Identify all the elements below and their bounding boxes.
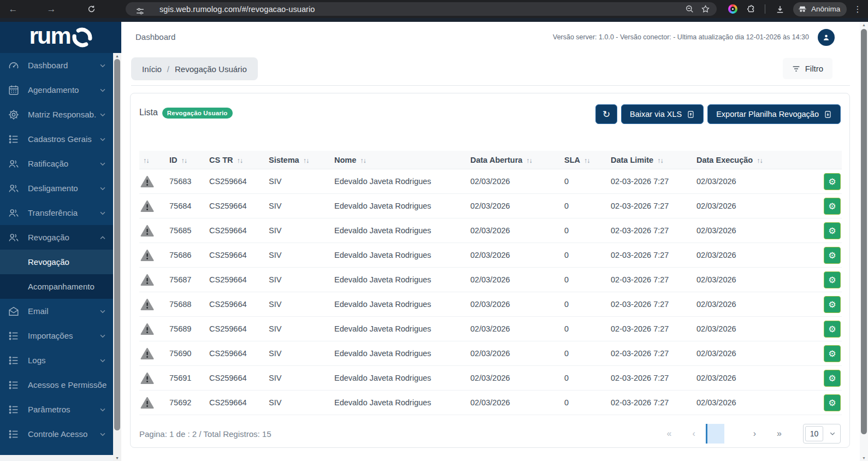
table-row[interactable]: 75683 CS259664 SIV Edevaldo Javeta Rodri… bbox=[139, 169, 842, 194]
scroll-up-arrow-icon[interactable]: ▲ bbox=[113, 54, 121, 58]
table-row[interactable]: 75689 CS259664 SIV Edevaldo Javeta Rodri… bbox=[139, 317, 842, 341]
browser-back-button[interactable]: ← bbox=[6, 0, 20, 18]
extension-color-icon[interactable] bbox=[727, 0, 738, 18]
column-header[interactable] bbox=[796, 151, 842, 169]
column-header[interactable]: Data Abertura↑↓ bbox=[470, 151, 564, 169]
page-button-1[interactable] bbox=[706, 424, 724, 444]
window-scroll-down-icon[interactable]: ▼ bbox=[860, 456, 868, 460]
user-avatar[interactable] bbox=[818, 29, 835, 46]
refresh-button[interactable]: ↻ bbox=[595, 104, 617, 124]
sort-icon[interactable]: ↑↓ bbox=[757, 157, 763, 164]
cell-sistema: SIV bbox=[269, 268, 334, 292]
zoom-indicator-icon[interactable] bbox=[685, 2, 694, 16]
cell-data-abertura: 02/03/2026 bbox=[470, 268, 564, 292]
sidebar-item-logs[interactable]: Logs bbox=[0, 348, 113, 373]
sidebar-item-controle-acesso[interactable]: Controle Acesso bbox=[0, 422, 113, 446]
gear-icon: ⚙ bbox=[828, 176, 836, 187]
row-settings-button[interactable]: ⚙ bbox=[824, 321, 841, 338]
sort-icon[interactable]: ↑↓ bbox=[526, 157, 532, 164]
column-header[interactable]: Data Limite↑↓ bbox=[611, 151, 696, 169]
sidebar-item-importacoes[interactable]: Importações bbox=[0, 323, 113, 348]
table-row[interactable]: 75690 CS259664 SIV Edevaldo Javeta Rodri… bbox=[139, 341, 842, 366]
sidebar-item-email[interactable]: Email bbox=[0, 299, 113, 323]
sidebar-item-parametros[interactable]: Parâmetros bbox=[0, 397, 113, 422]
sort-icon[interactable]: ↑↓ bbox=[657, 157, 663, 164]
sidebar-item-revogacao[interactable]: Revogação bbox=[0, 225, 113, 250]
window-scrollbar[interactable]: ▲ ▼ bbox=[860, 22, 868, 461]
url-text[interactable]: sgis.web.rumolog.com/#/revogacao-usuario bbox=[160, 5, 315, 14]
sidebar-item-matriz-responsab[interactable]: Matriz Responsab. bbox=[0, 102, 113, 127]
table-row[interactable]: 75687 CS259664 SIV Edevaldo Javeta Rodri… bbox=[139, 268, 842, 292]
sidebar-item-acessos-e-permissoes[interactable]: Acessos e Permissões bbox=[0, 373, 113, 397]
sidebar-scrollbar-thumb[interactable] bbox=[114, 59, 120, 430]
sidebar-item-dashboard[interactable]: Dashboard bbox=[0, 53, 113, 78]
sidebar-item-desligamento[interactable]: Desligamento bbox=[0, 176, 113, 200]
column-header[interactable]: Sistema↑↓ bbox=[269, 151, 334, 169]
table-row[interactable]: 75688 CS259664 SIV Edevaldo Javeta Rodri… bbox=[139, 292, 842, 317]
cell-sistema: SIV bbox=[269, 366, 334, 391]
column-header[interactable]: ↑↓ bbox=[139, 151, 169, 169]
prev-page-button[interactable]: ‹ bbox=[689, 428, 698, 439]
sidebar-item-transferencia[interactable]: Transferência bbox=[0, 200, 113, 225]
page-size-select[interactable]: 10 bbox=[803, 424, 841, 444]
row-settings-button[interactable]: ⚙ bbox=[824, 247, 841, 264]
table-row[interactable]: 75686 CS259664 SIV Edevaldo Javeta Rodri… bbox=[139, 243, 842, 268]
column-header[interactable]: Data Execução↑↓ bbox=[696, 151, 796, 169]
sidebar-subitem-acompanhamento[interactable]: Acompanhamento bbox=[0, 274, 113, 299]
browser-forward-button[interactable]: → bbox=[44, 0, 58, 18]
breadcrumb-home-link[interactable]: Início bbox=[142, 64, 162, 74]
table-row[interactable]: 75692 CS259664 SIV Edevaldo Javeta Rodri… bbox=[139, 391, 842, 415]
site-info-icon[interactable] bbox=[133, 2, 146, 20]
row-settings-button[interactable]: ⚙ bbox=[824, 271, 841, 288]
sort-icon[interactable]: ↑↓ bbox=[237, 157, 243, 164]
sidebar-item-agendamento[interactable]: Agendamento bbox=[0, 78, 113, 102]
sort-icon[interactable]: ↑↓ bbox=[181, 157, 187, 164]
window-scrollbar-thumb[interactable] bbox=[861, 29, 867, 434]
browser-menu-icon[interactable]: ⋮ bbox=[852, 0, 863, 18]
column-header[interactable]: CS TR↑↓ bbox=[209, 151, 269, 169]
sort-icon[interactable]: ↑↓ bbox=[303, 157, 309, 164]
table-row[interactable]: 75684 CS259664 SIV Edevaldo Javeta Rodri… bbox=[139, 194, 842, 218]
row-settings-button[interactable]: ⚙ bbox=[824, 394, 841, 411]
incognito-profile-badge[interactable]: Anônima bbox=[793, 2, 847, 16]
sidebar-subitem-revogacao[interactable]: Revogação bbox=[0, 250, 113, 274]
sidebar-item-cadastros-gerais[interactable]: Cadastros Gerais bbox=[0, 127, 113, 151]
extensions-puzzle-icon[interactable] bbox=[745, 0, 757, 18]
cell-data-abertura: 02/03/2026 bbox=[470, 218, 564, 243]
sort-icon[interactable]: ↑↓ bbox=[360, 157, 366, 164]
filter-button[interactable]: Filtro bbox=[783, 58, 832, 79]
next-page-button[interactable]: › bbox=[750, 428, 759, 439]
row-settings-button[interactable]: ⚙ bbox=[824, 345, 841, 362]
last-page-button[interactable]: » bbox=[773, 428, 785, 439]
column-header[interactable]: Nome↑↓ bbox=[334, 151, 470, 169]
column-header[interactable]: ID↑↓ bbox=[169, 151, 209, 169]
table-row[interactable]: 75691 CS259664 SIV Edevaldo Javeta Rodri… bbox=[139, 366, 842, 391]
sort-icon[interactable]: ↑↓ bbox=[584, 157, 590, 164]
download-xls-button[interactable]: Baixar via XLS bbox=[621, 104, 704, 124]
row-settings-button[interactable]: ⚙ bbox=[824, 222, 841, 239]
bookmark-star-icon[interactable] bbox=[701, 2, 710, 16]
first-page-button[interactable]: « bbox=[664, 428, 675, 439]
export-spreadsheet-button[interactable]: Exportar Planilha Revogação bbox=[707, 104, 841, 124]
row-settings-button[interactable]: ⚙ bbox=[824, 173, 841, 190]
table-row[interactable]: 75685 CS259664 SIV Edevaldo Javeta Rodri… bbox=[139, 218, 842, 243]
sidebar-scrollbar[interactable]: ▲ ▼ bbox=[113, 53, 121, 461]
card-header: Lista Revogação Usuario ↻ Baixar via XLS… bbox=[131, 93, 849, 132]
chevron-down-icon bbox=[99, 160, 107, 168]
sidebar-item-ratificacao[interactable]: Ratificação bbox=[0, 151, 113, 176]
browser-refresh-button[interactable] bbox=[84, 0, 98, 18]
warning-icon bbox=[140, 249, 154, 262]
sort-icon[interactable]: ↑↓ bbox=[143, 157, 149, 164]
cell-sistema: SIV bbox=[269, 194, 334, 218]
window-scroll-up-icon[interactable]: ▲ bbox=[860, 23, 868, 27]
row-settings-button[interactable]: ⚙ bbox=[824, 296, 841, 313]
breadcrumb-separator: / bbox=[167, 64, 169, 74]
address-bar[interactable]: sgis.web.rumolog.com/#/revogacao-usuario bbox=[126, 2, 717, 16]
row-settings-button[interactable]: ⚙ bbox=[824, 370, 841, 387]
row-settings-button[interactable]: ⚙ bbox=[824, 198, 841, 215]
downloads-icon[interactable] bbox=[773, 0, 787, 18]
column-header[interactable]: SLA↑↓ bbox=[564, 151, 611, 169]
cell-sla: 0 bbox=[564, 391, 611, 415]
scroll-down-arrow-icon[interactable]: ▼ bbox=[113, 456, 121, 460]
page-button-2[interactable] bbox=[724, 424, 743, 444]
